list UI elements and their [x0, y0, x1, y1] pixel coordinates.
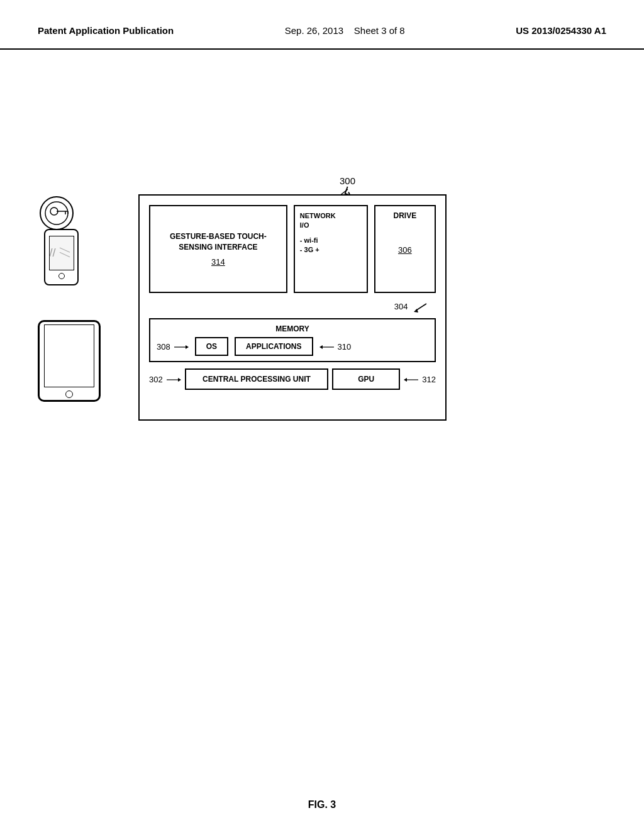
header-center: Sep. 26, 2013 Sheet 3 of 8	[285, 25, 405, 36]
page-header: Patent Application Publication Sep. 26, …	[0, 0, 644, 50]
system-box: GESTURE-BASED TOUCH- SENSING INTERFACE 3…	[138, 194, 447, 421]
svg-marker-19	[404, 378, 407, 382]
phone-home-button	[58, 273, 65, 279]
tablet-screen	[44, 324, 94, 387]
svg-line-10	[416, 304, 426, 311]
cpu-box: CENTRAL PROCESSING UNIT	[185, 368, 328, 390]
svg-point-3	[45, 202, 68, 224]
tablet-device	[38, 320, 101, 402]
header-right: US 2013/0254330 A1	[516, 25, 606, 36]
svg-marker-15	[319, 345, 323, 349]
gesture-ref-num: 314	[211, 257, 225, 267]
network-io-box: NETWORK I/O - wi-fi - 3G +	[294, 205, 368, 293]
os-box: OS	[195, 337, 228, 356]
drive-ref-num: 306	[398, 245, 412, 255]
ref-310-area: 310	[319, 342, 352, 351]
gesture-box: GESTURE-BASED TOUCH- SENSING INTERFACE 3…	[149, 205, 287, 293]
key-icon	[38, 194, 82, 232]
ref-302-area: 302	[149, 375, 181, 384]
phone-device	[44, 229, 79, 285]
tablet-home-button	[65, 390, 73, 398]
gesture-label: GESTURE-BASED TOUCH- SENSING INTERFACE	[170, 231, 267, 253]
gpu-box: GPU	[332, 368, 400, 390]
ref-312-area: 312	[404, 375, 436, 384]
phone-screen	[49, 236, 74, 270]
ref-308-area: 308	[157, 342, 189, 351]
ref-304-area: 304	[149, 301, 430, 313]
memory-label: MEMORY	[157, 324, 428, 333]
network-label: NETWORK I/O - wi-fi - 3G +	[300, 211, 336, 255]
svg-marker-17	[178, 378, 181, 382]
svg-line-8	[59, 248, 69, 252]
devices-left	[38, 194, 119, 433]
system-top-row: GESTURE-BASED TOUCH- SENSING INTERFACE 3…	[149, 205, 436, 293]
memory-section: MEMORY 308 OS APPLICATIONS	[149, 318, 436, 362]
svg-marker-13	[186, 345, 189, 349]
cpu-gpu-row: 302 CENTRAL PROCESSING UNIT GPU 312	[149, 368, 436, 390]
main-content: 300 ↳	[0, 50, 644, 829]
drive-label: DRIVE	[394, 211, 417, 220]
fig-caption: FIG. 3	[308, 799, 336, 811]
drive-box: DRIVE 306	[374, 205, 436, 293]
diagram-area: 300 ↳	[38, 175, 591, 528]
header-left: Patent Application Publication	[38, 25, 174, 36]
svg-line-9	[59, 252, 69, 257]
applications-box: APPLICATIONS	[235, 337, 313, 356]
